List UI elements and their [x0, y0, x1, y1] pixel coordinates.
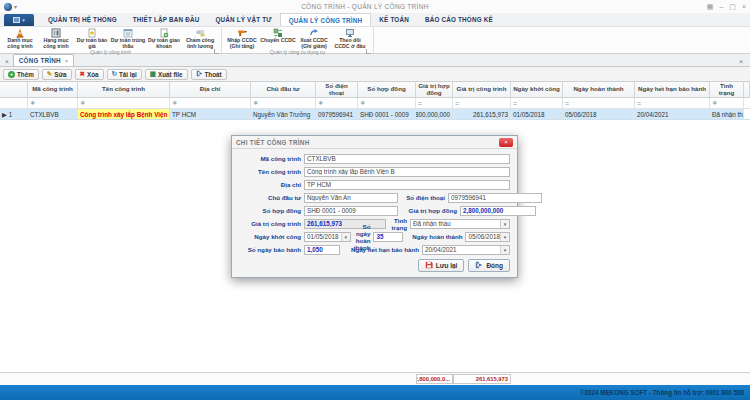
close-tab-icon[interactable]: ×	[65, 58, 69, 64]
cell-dia-chi[interactable]: TP HCM	[170, 109, 251, 120]
app-logo-icon[interactable]	[4, 3, 12, 11]
col-so-dien-thoai[interactable]: Số điện thoại	[316, 82, 358, 98]
gia-tri-cong-trinh-field[interactable]	[304, 219, 386, 229]
col-dia-chi[interactable]: Địa chỉ	[170, 82, 251, 98]
minimize-icon[interactable]: –	[719, 3, 723, 11]
doc-tab-cong-trinh[interactable]: CÔNG TRÌNH ×	[13, 54, 74, 66]
tab-quan-tri-he-thong[interactable]: QUẢN TRỊ HỆ THỐNG	[40, 13, 125, 26]
chevron-down-icon[interactable]: ▾	[500, 246, 509, 254]
gia-tri-hop-dong-field[interactable]	[460, 206, 536, 216]
filter-cell[interactable]: =	[416, 98, 453, 109]
grid-header-row: Mã công trình Tên công trình Địa chỉ Chủ…	[0, 82, 750, 98]
status-text: ©2024 MEKONG SOFT - Thông tin hỗ trợ: 09…	[580, 389, 744, 396]
tinh-trang-select[interactable]: Đã nhận thầu ▾	[410, 219, 510, 229]
dialog-title: CHI TIẾT CÔNG TRÌNH	[236, 139, 499, 146]
danh-muc-cong-trinh-button[interactable]: Danh mục công trình	[2, 28, 38, 49]
filter-cell[interactable]: ∗	[78, 98, 170, 109]
so-ngay-bao-hanh-field[interactable]	[304, 245, 340, 255]
col-ngay-het-han-bao-hanh[interactable]: Ngày hết hạn bảo hành	[635, 82, 710, 98]
group-dialog-launcher-icon[interactable]	[366, 49, 371, 54]
app-menu-button[interactable]: ▾	[4, 14, 34, 26]
filter-cell[interactable]: =	[635, 98, 710, 109]
add-button[interactable]: +Thêm	[3, 69, 39, 80]
ngay-khoi-cong-picker[interactable]: 01/05/2018 ▾	[304, 232, 351, 242]
cell-ngay-het-han-bao-hanh[interactable]: 20/04/2021	[635, 109, 710, 120]
tab-quan-ly-cong-trinh[interactable]: QUẢN LÝ CÔNG TRÌNH	[280, 13, 372, 26]
col-ngay-hoan-thanh[interactable]: Ngày hoàn thành	[563, 82, 635, 98]
chuyen-ccdc-button[interactable]: Chuyển CCDC	[260, 28, 296, 44]
so-ngay-hoan-thanh-field[interactable]	[373, 232, 403, 242]
filter-cell[interactable]: =	[453, 98, 511, 109]
cell-gia-tri-hop-dong[interactable]: 2,800,000,000	[416, 109, 453, 120]
du-toan-trung-thau-button[interactable]: Dự toán trúng thầu	[110, 28, 146, 49]
ngay-hoan-thanh-picker[interactable]: 05/06/2018 ▾	[465, 232, 510, 242]
ribbon-button-label: Nhập CCDC (Ghi tăng)	[224, 38, 260, 49]
cell-so-dien-thoai[interactable]: 0979596941	[316, 109, 358, 120]
cell-so-hop-dong[interactable]: SHĐ 0001 - 0009	[358, 109, 416, 120]
ma-cong-trinh-field[interactable]	[304, 154, 510, 164]
save-button[interactable]: Lưu lại	[418, 259, 465, 272]
du-toan-giao-khoan-button[interactable]: Dự toán giao khoán	[146, 28, 182, 49]
close-dialog-button[interactable]: Đóng	[468, 259, 510, 272]
filter-cell[interactable]: ∗	[316, 98, 358, 109]
export-file-button[interactable]: ▦Xuất file	[145, 69, 188, 80]
ten-cong-trinh-field[interactable]	[304, 167, 510, 177]
close-tab-right-icon[interactable]: ×	[737, 58, 747, 66]
filter-cell[interactable]: ∗	[251, 98, 316, 109]
col-gia-tri-hop-dong[interactable]: Giá trị hợp đồng	[416, 82, 453, 98]
xuat-ccdc-button[interactable]: Xuất CCDC (Ghi giảm)	[296, 28, 332, 49]
chevron-down-icon[interactable]: ▾	[341, 233, 350, 241]
ten-cong-trinh-label: Tên công trình	[239, 168, 301, 175]
exit-button[interactable]: Thoát	[191, 69, 227, 80]
col-ma-cong-trinh[interactable]: Mã công trình	[28, 82, 78, 98]
ngay-het-han-bao-hanh-picker[interactable]: 20/04/2021 ▾	[422, 245, 510, 255]
filter-cell[interactable]: ∗	[358, 98, 416, 109]
quick-access-caret-icon[interactable]: ▾	[14, 3, 17, 10]
dia-chi-field[interactable]	[304, 180, 510, 190]
tab-quan-ly-vat-tu[interactable]: QUẢN LÝ VẬT TƯ	[207, 13, 279, 26]
edit-button[interactable]: ✎Sửa	[42, 69, 72, 80]
chevron-down-icon[interactable]: ▾	[500, 220, 509, 228]
group-dialog-launcher-icon[interactable]	[214, 49, 219, 54]
hang-muc-cong-trinh-button[interactable]: Hạng mục công trình	[38, 28, 74, 49]
so-dien-thoai-field[interactable]	[448, 193, 542, 203]
cell-ten-cong-trinh[interactable]: Công trình xây lắp Bệnh Viện B	[78, 109, 170, 120]
cell-tinh-trang[interactable]: Đã nhận thầu	[710, 109, 744, 120]
col-ngay-khoi-cong[interactable]: Ngày khởi công	[511, 82, 563, 98]
theo-doi-ccdc-button[interactable]: Theo dõi CCDC ở đâu	[332, 28, 368, 49]
du-toan-bao-gia-button[interactable]: Dự toán báo giá	[74, 28, 110, 49]
filter-cell[interactable]: ∗	[170, 98, 251, 109]
col-ten-cong-trinh[interactable]: Tên công trình	[78, 82, 170, 98]
close-icon[interactable]: ×	[742, 3, 746, 11]
dialog-title-bar[interactable]: CHI TIẾT CÔNG TRÌNH ×	[232, 136, 517, 149]
col-gia-tri-cong-trinh[interactable]: Giá trị công trình	[453, 82, 511, 98]
tab-thiet-lap-ban-dau[interactable]: THIẾT LẬP BAN ĐẦU	[125, 13, 208, 26]
cell-ngay-khoi-cong[interactable]: 01/05/2018	[511, 109, 563, 120]
filter-cell[interactable]: =	[511, 98, 563, 109]
maximize-icon[interactable]: ▢	[729, 3, 736, 11]
filter-cell[interactable]: ∗	[710, 98, 744, 109]
col-tinh-trang[interactable]: Tình trạng	[710, 82, 744, 98]
chu-dau-tu-field[interactable]	[304, 193, 398, 203]
so-hop-dong-field[interactable]	[304, 206, 398, 216]
reload-button[interactable]: ↻Tải lại	[107, 69, 142, 80]
filter-cell[interactable]: =	[563, 98, 635, 109]
cell-ngay-hoan-thanh[interactable]: 05/06/2018	[563, 109, 635, 120]
nhap-ccdc-button[interactable]: Nhập CCDC (Ghi tăng)	[224, 28, 260, 49]
cell-ma-cong-trinh[interactable]: CTXLBVB	[28, 109, 78, 120]
tab-ke-toan[interactable]: KẾ TOÁN	[371, 13, 417, 26]
col-so-hop-dong[interactable]: Số hợp đồng	[358, 82, 416, 98]
cell-gia-tri-cong-trinh[interactable]: 261,615,973	[453, 109, 511, 120]
filter-cell[interactable]: ∗	[28, 98, 78, 109]
dialog-close-icon[interactable]: ×	[499, 138, 513, 147]
chevron-down-icon[interactable]: ▾	[500, 233, 509, 241]
style-icon[interactable]: ▦	[707, 3, 714, 11]
tab-bao-cao-thong-ke[interactable]: BÁO CÁO THỐNG KÊ	[417, 13, 501, 26]
table-row[interactable]: ▶1 CTXLBVB Công trình xây lắp Bệnh Viện …	[0, 109, 750, 120]
delete-button[interactable]: ✖Xóa	[75, 69, 104, 80]
gia-tri-cong-trinh-label: Giá trị công trình	[239, 220, 301, 227]
col-chu-dau-tu[interactable]: Chủ đầu tư	[251, 82, 316, 98]
cham-cong-tinh-luong-button[interactable]: Chấm công tính lương	[182, 28, 218, 49]
cell-chu-dau-tu[interactable]: Nguyễn Văn Trưởng	[251, 109, 316, 120]
close-tab-left-icon[interactable]: ×	[3, 58, 13, 66]
